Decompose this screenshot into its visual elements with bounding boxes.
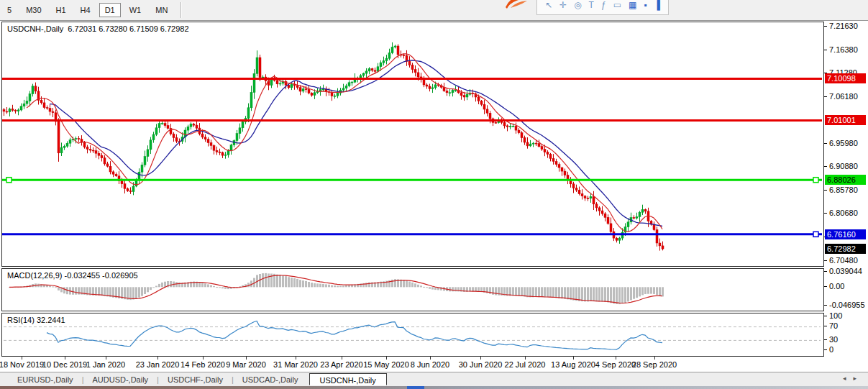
price-tick-label: 7.21630 [829,22,858,30]
window-icon[interactable]: ▪ [644,0,647,14]
macd-label: MACD(12,26,9) -0.032455 -0.026905 [7,271,138,280]
date-label: 14 Feb 2020 [181,360,225,369]
timeframe-button-h4[interactable]: H4 [75,3,96,17]
chart-tab-bar: EURUSD-,Daily|AUDUSD-,Daily|USDCHF-,Dail… [0,372,868,386]
toolbar-icons: ↖✛◎Tƒ▭▦▪▐ [536,0,669,15]
chart-tab-usdchf[interactable]: USDCHF-,Daily [159,374,232,385]
rsi-axis-label: 100 [829,311,842,320]
date-label: 13 Aug 2020 [551,360,595,369]
date-label: 15 May 2020 [363,360,409,369]
main-chart-panel[interactable]: USDCNH-,Daily 6.72031 6.73280 6.71509 6.… [1,22,824,267]
price-tick-mark [824,143,827,144]
ellipse-icon[interactable]: ◎ [574,0,581,14]
cursor-icon[interactable]: ↖ [545,0,552,14]
rsi-axis-label: 30 [829,335,838,344]
price-tick-label: 6.90880 [829,162,858,170]
rsi-tick-mark [824,326,827,326]
bars-icon[interactable]: ▐ [654,0,661,14]
price-tick-mark [824,190,827,191]
price-tick-mark [824,260,827,261]
toolbar-icon-strip: ↖✛◎Tƒ▭▦▪▐ [503,0,690,19]
ma-slow-line [50,60,662,226]
rsi-level-lines [4,327,821,341]
mt-logo-icon [503,0,532,10]
timeframe-button-d1[interactable]: D1 [99,3,121,17]
macd-axis-label: 0.00 [829,282,844,290]
toolbar-separator [181,2,182,18]
date-tick-mark [203,357,204,360]
date-label: 1 Jan 2020 [86,360,125,369]
macd-tick-mark [824,271,827,272]
price-level-badge[interactable]: 7.01001 [825,115,866,125]
price-tick-mark [824,96,827,97]
price-tick-label: 7.06180 [829,92,858,101]
date-axis: 18 Nov 201910 Dec 20191 Jan 202023 Jan 2… [0,357,868,372]
macd-tick-mark [824,305,827,306]
chart-tab-usdcnh[interactable]: USDCNH-,Daily [309,373,387,385]
date-tick-mark [525,357,526,360]
date-label: 4 Sep 2020 [595,360,636,369]
macd-tick-mark [824,286,827,287]
tab-scroll-arrows[interactable]: ◂▸ [843,375,864,382]
price-level-badge[interactable]: 6.88026 [825,175,866,185]
date-tick-mark [296,357,296,360]
chart-tab-usdcad[interactable]: USDCAD-,Daily [234,374,307,385]
tab-scroll-left-icon[interactable]: ◂ [843,375,854,382]
date-tick-mark [246,357,247,360]
chart-ohlc-values: 6.72031 6.73280 6.71509 6.72982 [68,24,188,33]
rsi-axis-label: 0 [829,345,833,354]
chart-tab-eurusd[interactable]: EURUSD-,Daily [9,374,82,385]
date-tick-mark [106,357,106,360]
chart-tab-audusd[interactable]: AUDUSD-,Daily [83,374,157,385]
date-tick-mark [157,357,158,360]
timeframe-button-w1[interactable]: W1 [124,3,147,17]
price-level-badge[interactable]: 7.10098 [825,73,866,83]
price-tick-mark [824,166,827,167]
tile-windows-icon[interactable]: ▦ [629,0,636,14]
date-tick-mark [480,357,481,360]
date-tick-mark [573,357,574,360]
crosshair-icon[interactable]: ✛ [559,0,567,14]
date-label: 10 Dec 2019 [42,360,87,369]
macd-axis-label: -0.046955 [829,301,865,309]
chart-title: USDCNH-,Daily 6.72031 6.73280 6.71509 6.… [7,24,189,33]
date-tick-mark [430,357,431,360]
indicators-icon[interactable]: ƒ [601,0,606,14]
candles [3,42,664,251]
date-tick-mark [22,357,22,360]
candlestick-chart[interactable] [2,22,822,265]
timeframe-toolbar: 5M30H1H4D1W1MN ↖✛◎Tƒ▭▦▪▐ [0,0,868,21]
timeframe-button-5[interactable]: 5 [1,3,17,17]
taskbar-accent [407,386,424,389]
date-label: 9 Mar 2020 [226,360,266,369]
price-tick-label: 6.70480 [829,256,858,265]
price-tick-label: 6.80680 [829,209,858,217]
date-label: 23 Jan 2020 [136,360,180,369]
date-label: 23 Apr 2020 [320,360,362,369]
macd-panel[interactable]: MACD(12,26,9) -0.032455 -0.026905 [1,268,824,311]
date-label: 30 Jun 2020 [459,360,503,369]
timeframe-button-mn[interactable]: MN [150,3,173,17]
horizontal-line-6.76160[interactable] [2,232,822,237]
chart-symbol-label: USDCNH-,Daily [7,24,63,33]
tab-scroll-right-icon[interactable]: ▸ [853,375,864,382]
price-tick-label: 7.16380 [829,45,858,54]
template-icon[interactable]: ▭ [613,0,621,14]
timeframe-button-h1[interactable]: H1 [50,3,72,17]
price-tick-mark [824,26,827,27]
price-level-badge[interactable]: 6.76160 [825,229,866,239]
price-tick-mark [824,213,827,214]
date-label: 8 Jun 2020 [411,360,449,369]
timeframe-buttons: 5M30H1H4D1W1MN [0,0,182,20]
timeframe-button-m30[interactable]: M30 [20,3,47,17]
current-price-badge: 6.72982 [825,244,866,254]
macd-axis-label: 0.039044 [829,267,862,275]
rsi-tick-mark [824,349,827,350]
price-tick-mark [824,50,827,50]
text-icon[interactable]: T [589,0,594,14]
rsi-tick-mark [824,339,827,340]
date-tick-mark [65,357,65,360]
date-label: 31 Mar 2020 [273,360,318,369]
rsi-panel[interactable]: RSI(14) 32.2441 [1,313,824,357]
date-tick-mark [654,357,655,360]
